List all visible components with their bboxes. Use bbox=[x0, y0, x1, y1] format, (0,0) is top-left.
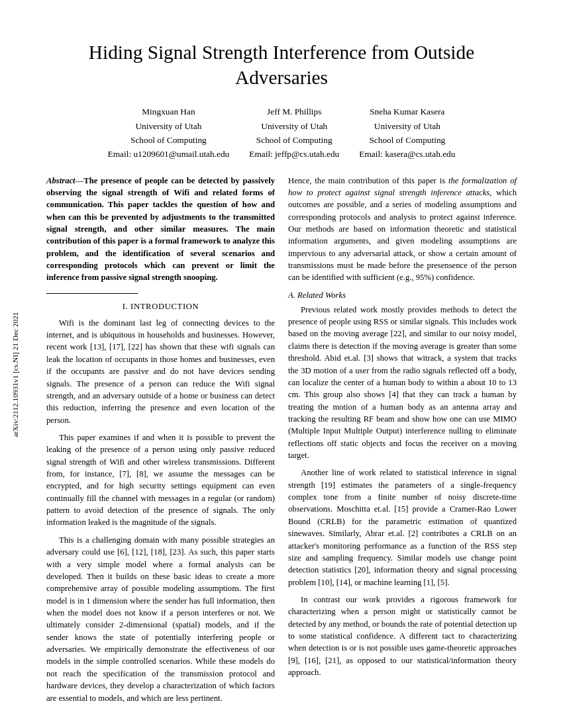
abstract-body: The presence of people can be detected b… bbox=[46, 176, 275, 283]
left-column: Abstract—The presence of people can be d… bbox=[46, 175, 275, 709]
author-3: Sneha Kumar Kasera University of Utah Sc… bbox=[359, 105, 455, 161]
intro-para-1: Wifi is the dominant last leg of connect… bbox=[46, 317, 275, 426]
intro-para-3: This is a challenging domain with many p… bbox=[46, 534, 275, 704]
right-intro-text: Hence, the main contribution of this pap… bbox=[288, 175, 517, 284]
abstract-text: Abstract—The presence of people can be d… bbox=[46, 175, 275, 284]
related-para-3: In contrast our work provides a rigorous… bbox=[288, 594, 517, 679]
author-3-email: Email: kasera@cs.utah.edu bbox=[359, 147, 455, 161]
abstract-label: Abstract bbox=[46, 176, 76, 185]
abstract-section: Abstract—The presence of people can be d… bbox=[46, 175, 275, 284]
author-3-university: University of Utah bbox=[359, 119, 455, 133]
related-works-heading: A. Related Works bbox=[288, 291, 517, 300]
author-1-dept: School of Computing bbox=[108, 133, 230, 147]
author-1-name: Mingxuan Han bbox=[108, 105, 230, 118]
author-2: Jeff M. Phillips University of Utah Scho… bbox=[249, 105, 339, 161]
title-section: Hiding Signal Strength Interference from… bbox=[46, 40, 517, 90]
arxiv-label: arXiv:2112.10931v1 [cs.NI] 21 Dec 2021 bbox=[11, 312, 19, 437]
related-para-1: Previous related work mostly provides me… bbox=[288, 304, 517, 462]
author-2-email: Email: jeffp@cs.utah.edu bbox=[249, 147, 339, 161]
author-3-name: Sneha Kumar Kasera bbox=[359, 105, 455, 118]
right-column: Hence, the main contribution of this pap… bbox=[288, 175, 517, 709]
related-para-2: Another line of work related to statisti… bbox=[288, 467, 517, 588]
author-1-email: Email: u1209601@umail.utah.edu bbox=[108, 147, 230, 161]
paper-title: Hiding Signal Strength Interference from… bbox=[46, 40, 517, 90]
main-content: Abstract—The presence of people can be d… bbox=[46, 175, 517, 709]
intro-para-2: This paper examines if and when it is po… bbox=[46, 432, 275, 529]
intro-heading: I. Introduction bbox=[46, 302, 275, 312]
authors-row: Mingxuan Han University of Utah School o… bbox=[46, 105, 517, 161]
author-1: Mingxuan Han University of Utah School o… bbox=[108, 105, 230, 161]
author-2-dept: School of Computing bbox=[249, 133, 339, 147]
author-2-university: University of Utah bbox=[249, 119, 339, 133]
author-2-name: Jeff M. Phillips bbox=[249, 105, 339, 118]
author-1-university: University of Utah bbox=[108, 119, 230, 133]
author-3-dept: School of Computing bbox=[359, 133, 455, 147]
